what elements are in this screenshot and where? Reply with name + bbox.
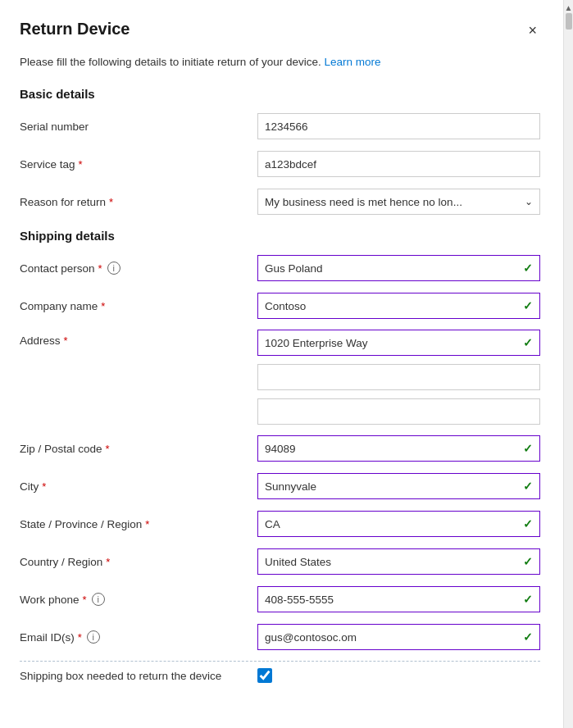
serial-number-row: Serial number [20,112,540,140]
country-row: Country / Region * United States ✓ [20,548,540,576]
work-phone-label: Work phone * i [20,593,257,606]
contact-person-field: Gus Poland ✓ [257,255,540,281]
address-required: * [64,334,68,347]
email-row: Email ID(s) * i gus@contosoc.om ✓ [20,623,540,651]
country-label: Country / Region * [20,556,257,568]
contact-person-input[interactable]: Gus Poland ✓ [257,255,540,281]
reason-value: My business need is met hence no lon... [265,196,521,208]
address-line1-value: 1020 Enterprise Way [265,337,520,349]
zip-row: Zip / Postal code * 94089 ✓ [20,435,540,462]
reason-label: Reason for return * [20,196,257,208]
contact-person-info-icon[interactable]: i [107,262,121,275]
company-name-label: Company name * [20,300,257,312]
serial-number-field [257,113,540,139]
address-field: 1020 Enterprise Way ✓ [257,330,540,435]
scrollbar-thumb[interactable] [566,13,572,30]
city-required: * [42,480,46,493]
reason-field: My business need is met hence no lon... … [257,189,540,215]
contact-person-required: * [98,262,102,275]
company-name-field: Contoso ✓ [257,293,540,319]
check-icon: ✓ [523,262,533,275]
check-icon-address: ✓ [523,336,533,349]
service-tag-input[interactable] [257,151,540,177]
company-name-row: Company name * Contoso ✓ [20,292,540,320]
city-value: Sunnyvale [265,480,520,493]
zip-label: Zip / Postal code * [20,443,257,455]
state-input[interactable]: CA ✓ [257,511,540,537]
address-line3-input[interactable] [257,398,540,425]
work-phone-info-icon[interactable]: i [92,593,105,606]
service-tag-field [257,151,540,177]
work-phone-field: 408-555-5555 ✓ [257,586,540,612]
company-name-input[interactable]: Contoso ✓ [257,293,540,319]
state-value: CA [265,518,520,530]
state-row: State / Province / Region * CA ✓ [20,510,540,538]
basic-details-section-title: Basic details [20,87,540,101]
shipping-box-field [257,668,272,683]
city-input[interactable]: Sunnyvale ✓ [257,473,540,499]
reason-dropdown[interactable]: My business need is met hence no lon... … [257,189,540,215]
shipping-box-label: Shipping box needed to return the device [20,670,257,682]
serial-number-input[interactable] [257,113,540,139]
check-icon-city: ✓ [523,480,533,493]
city-row: City * Sunnyvale ✓ [20,472,540,500]
service-tag-required: * [79,158,83,171]
reason-row: Reason for return * My business need is … [20,188,540,216]
state-label: State / Province / Region * [20,518,257,530]
reason-required: * [109,196,113,208]
check-icon-state: ✓ [523,517,533,530]
city-label: City * [20,480,257,493]
serial-number-label: Serial number [20,121,257,133]
service-tag-label: Service tag * [20,158,257,171]
work-phone-row: Work phone * i 408-555-5555 ✓ [20,585,540,613]
check-icon-company: ✓ [523,299,533,312]
company-name-value: Contoso [265,300,520,312]
email-field: gus@contosoc.om ✓ [257,624,540,650]
email-input[interactable]: gus@contosoc.om ✓ [257,624,540,650]
shipping-box-row: Shipping box needed to return the device [20,661,540,683]
chevron-down-icon: ⌄ [525,196,533,207]
company-name-required: * [101,300,105,312]
email-value: gus@contosoc.om [265,631,520,644]
check-icon-country: ✓ [523,555,533,568]
contact-person-label: Contact person * i [20,262,257,275]
email-required: * [78,631,82,644]
work-phone-value: 408-555-5555 [265,594,520,606]
country-input[interactable]: United States ✓ [257,548,540,575]
state-field: CA ✓ [257,511,540,537]
scrollbar[interactable]: ▲ [563,0,573,728]
country-required: * [106,556,110,568]
address-label: Address * [20,330,257,347]
service-tag-row: Service tag * [20,150,540,178]
contact-person-row: Contact person * i Gus Poland ✓ [20,254,540,282]
email-label: Email ID(s) * i [20,630,257,644]
zip-field: 94089 ✓ [257,435,540,462]
email-info-icon[interactable]: i [87,630,100,644]
learn-more-link[interactable]: Learn more [324,56,380,68]
shipping-box-checkbox[interactable] [257,668,272,683]
zip-input[interactable]: 94089 ✓ [257,435,540,462]
address-line1-input[interactable]: 1020 Enterprise Way ✓ [257,330,540,356]
modal-title: Return Device [20,20,130,39]
contact-person-value: Gus Poland [265,262,520,275]
address-row: Address * 1020 Enterprise Way ✓ [20,330,540,435]
shipping-details-section-title: Shipping details [20,229,540,243]
close-button[interactable]: × [525,20,540,41]
check-icon-zip: ✓ [523,442,533,455]
state-required: * [145,518,149,530]
modal-header: Return Device × [20,20,540,41]
check-icon-email: ✓ [523,630,533,644]
scroll-up-arrow[interactable]: ▲ [565,2,573,13]
zip-value: 94089 [265,443,520,455]
work-phone-input[interactable]: 408-555-5555 ✓ [257,586,540,612]
zip-required: * [106,443,110,455]
modal-description: Please fill the following details to ini… [20,54,540,71]
city-field: Sunnyvale ✓ [257,473,540,499]
check-icon-phone: ✓ [523,593,533,606]
work-phone-required: * [83,594,87,606]
country-value: United States [265,556,520,568]
country-field: United States ✓ [257,548,540,575]
address-line2-input[interactable] [257,364,540,390]
